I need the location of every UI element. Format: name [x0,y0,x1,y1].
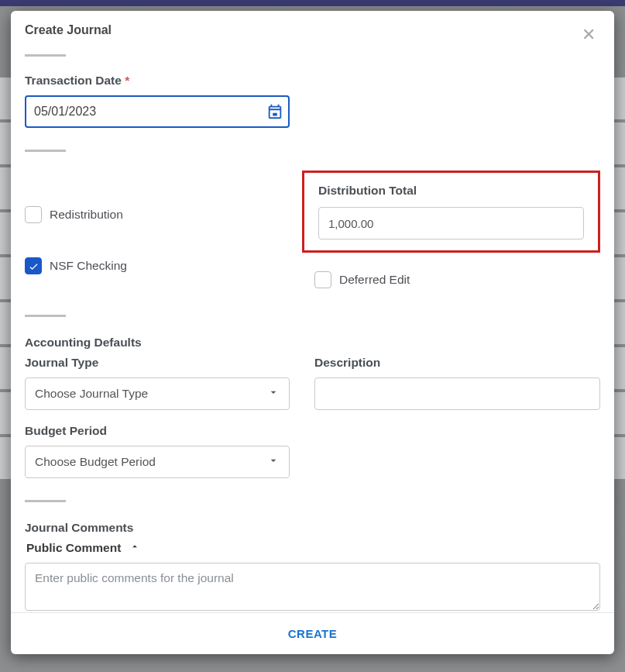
deferred-edit-label: Deferred Edit [339,273,410,287]
nsf-checking-checkbox[interactable] [25,257,42,274]
journal-type-value: Choose Journal Type [35,387,148,401]
redistribution-label: Redistribution [50,208,123,222]
required-marker: * [125,74,129,87]
chevron-up-icon [129,541,141,555]
journal-comments-heading: Journal Comments [25,521,600,535]
public-comment-textarea[interactable] [25,563,600,611]
description-input[interactable] [314,377,600,410]
redistribution-option[interactable]: Redistribution [25,206,290,223]
transaction-date-label: Transaction Date * [25,74,600,88]
dialog-title: Create Journal [25,23,112,37]
create-button[interactable]: CREATE [288,627,338,640]
distribution-total-highlight: Distribution Total [302,171,600,253]
deferred-edit-option[interactable]: Deferred Edit [314,271,600,288]
budget-period-label: Budget Period [25,424,290,438]
budget-period-value: Choose Budget Period [35,455,156,469]
budget-period-select[interactable]: Choose Budget Period [25,446,290,478]
journal-type-label: Journal Type [25,356,290,370]
dialog-footer: CREATE [11,612,614,654]
transaction-date-input[interactable] [34,105,266,119]
redistribution-checkbox[interactable] [25,206,42,223]
public-comment-label: Public Comment [26,541,121,555]
calendar-icon[interactable] [266,103,283,120]
section-divider [25,150,66,152]
distribution-total-input[interactable] [318,207,584,240]
dialog-header: Create Journal ✕ [11,11,614,57]
transaction-date-field[interactable] [25,95,290,128]
nsf-checking-option[interactable]: NSF Checking [25,257,290,274]
chevron-down-icon [267,386,280,401]
description-label: Description [314,356,600,370]
close-button[interactable]: ✕ [577,23,600,47]
journal-type-select[interactable]: Choose Journal Type [25,377,290,410]
dialog-body-scroll[interactable]: Transaction Date * Redistribution [11,57,614,612]
nsf-checking-label: NSF Checking [50,259,127,273]
section-divider [25,315,66,317]
accounting-defaults-heading: Accounting Defaults [25,336,600,350]
distribution-total-label: Distribution Total [318,184,584,198]
public-comment-toggle[interactable]: Public Comment [26,541,600,555]
chevron-down-icon [267,454,280,470]
create-journal-dialog: Create Journal ✕ Transaction Date * [11,11,614,654]
section-divider [25,500,66,502]
deferred-edit-checkbox[interactable] [314,271,331,288]
close-icon: ✕ [582,25,596,44]
